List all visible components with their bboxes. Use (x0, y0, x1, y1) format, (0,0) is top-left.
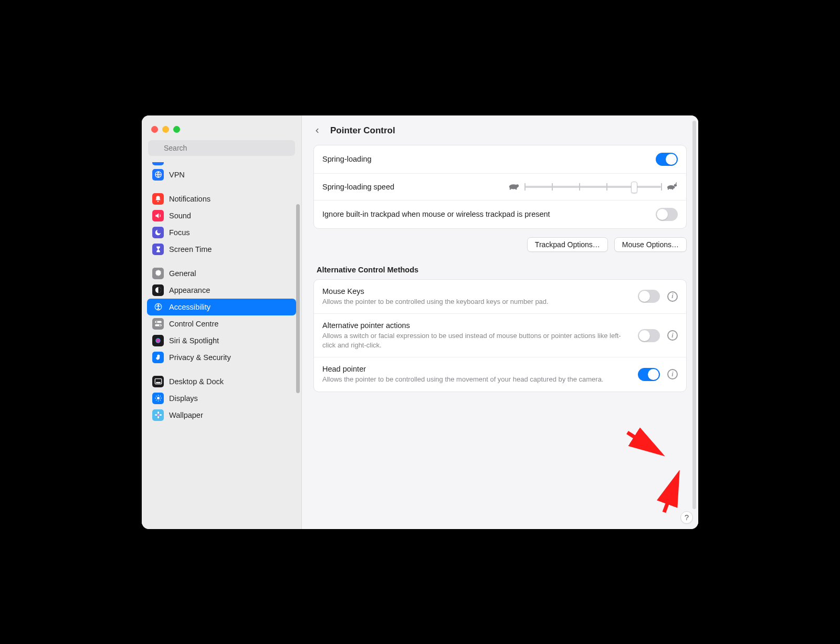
content-scrollbar[interactable] (692, 121, 696, 509)
globe-icon (152, 169, 164, 181)
mouse-keys-row: Mouse Keys Allows the pointer to be cont… (314, 280, 686, 314)
dock-icon (152, 376, 164, 387)
spring-loading-label: Spring-loading (322, 155, 372, 163)
svg-point-16 (157, 397, 160, 399)
window-controls (142, 122, 301, 140)
sidebar-item-label: Notifications (169, 195, 211, 203)
svg-rect-36 (668, 188, 669, 189)
sidebar-item-label: Displays (169, 394, 198, 403)
sidebar-item-label: Sound (169, 212, 191, 220)
switches-icon (152, 318, 164, 330)
sidebar-item-notifications[interactable]: Notifications (147, 191, 296, 207)
sidebar-item-label: Desktop & Dock (169, 377, 224, 386)
moon-icon (152, 227, 164, 238)
sidebar-item-focus[interactable]: Focus (147, 224, 296, 241)
page-title: Pointer Control (330, 125, 395, 136)
gear-icon (152, 268, 164, 279)
alt-actions-desc: Allows a switch or facial expression to … (322, 331, 631, 350)
head-pointer-info-button[interactable]: i (667, 369, 678, 379)
svg-point-35 (674, 184, 677, 186)
svg-line-22 (160, 400, 160, 400)
minimize-window-button[interactable] (162, 126, 169, 133)
hand-icon (152, 352, 164, 363)
svg-rect-33 (516, 188, 517, 189)
sidebar-item-sound[interactable]: Sound (147, 207, 296, 224)
svg-rect-15 (156, 382, 161, 384)
alt-actions-row: Alternative pointer actions Allows a swi… (314, 314, 686, 357)
head-pointer-desc: Allows the pointer to be controlled usin… (322, 375, 631, 384)
sidebar-item-privacy-security[interactable]: Privacy & Security (147, 349, 296, 366)
sidebar-item-label: Accessibility (169, 303, 211, 311)
svg-point-28 (154, 414, 156, 416)
svg-line-21 (156, 396, 156, 396)
sidebar-item-label: Appearance (169, 286, 210, 294)
spring-loading-speed-label: Spring-loading speed (322, 183, 394, 191)
accessibility-icon (152, 301, 164, 313)
siri-icon (152, 335, 164, 346)
svg-point-29 (159, 414, 161, 416)
sidebar-item-label: Screen Time (169, 245, 212, 254)
settings-window: VPN NotificationsSoundFocusScreen Time G… (142, 115, 698, 529)
head-pointer-toggle[interactable] (638, 368, 660, 381)
mouse-keys-info-button[interactable]: i (667, 291, 678, 302)
mouse-options-button[interactable]: Mouse Options… (614, 237, 687, 252)
svg-point-13 (155, 338, 160, 343)
spring-loading-speed-slider[interactable] (524, 181, 661, 193)
speaker-icon (152, 210, 164, 221)
svg-rect-37 (672, 188, 673, 189)
ignore-trackpad-toggle[interactable] (656, 208, 678, 221)
hare-icon (666, 182, 678, 192)
svg-point-10 (156, 321, 158, 323)
close-window-button[interactable] (151, 126, 158, 133)
help-button[interactable]: ? (680, 511, 693, 524)
contrast-icon (152, 284, 164, 296)
hourglass-icon (152, 244, 164, 255)
sidebar-item-vpn[interactable]: VPN (147, 166, 296, 183)
back-button[interactable] (311, 125, 323, 136)
sidebar-item-label: Control Centre (169, 320, 218, 328)
sidebar-item-label: Privacy & Security (169, 353, 231, 362)
sidebar-item-label: Siri & Spotlight (169, 336, 219, 345)
sidebar-item-general[interactable]: General (147, 265, 296, 282)
svg-point-3 (158, 200, 159, 202)
tortoise-icon (508, 182, 519, 192)
sidebar-item-label: Focus (169, 228, 190, 237)
alt-actions-info-button[interactable]: i (667, 330, 678, 341)
annotation-arrow-icon (622, 427, 669, 459)
sidebar-item-accessibility[interactable]: Accessibility (147, 299, 296, 315)
sidebar-item-screen-time[interactable]: Screen Time (147, 241, 296, 258)
sidebar-list: VPN NotificationsSoundFocusScreen Time G… (142, 162, 301, 529)
alt-actions-toggle[interactable] (638, 329, 660, 342)
bell-icon (152, 193, 164, 205)
sidebar-item-displays[interactable]: Displays (147, 390, 296, 407)
search-input[interactable] (148, 140, 295, 156)
svg-point-11 (159, 324, 161, 326)
sidebar: VPN NotificationsSoundFocusScreen Time G… (142, 115, 302, 529)
sidebar-item-appearance[interactable]: Appearance (147, 282, 296, 299)
sidebar-item-desktop-dock[interactable]: Desktop & Dock (147, 373, 296, 390)
sidebar-item-wallpaper[interactable]: Wallpaper (147, 407, 296, 424)
sidebar-scrollbar[interactable] (296, 204, 300, 393)
mouse-keys-toggle[interactable] (638, 290, 660, 303)
ignore-trackpad-label: Ignore built-in trackpad when mouse or w… (322, 210, 550, 218)
sidebar-item-control-centre[interactable]: Control Centre (147, 315, 296, 332)
spring-loading-speed-row: Spring-loading speed (314, 174, 686, 200)
zoom-window-button[interactable] (173, 126, 180, 133)
alt-methods-heading: Alternative Control Methods (313, 263, 687, 279)
svg-line-38 (627, 432, 659, 452)
head-pointer-title: Head pointer (322, 365, 631, 373)
svg-point-27 (157, 416, 159, 418)
sidebar-item-label: VPN (169, 171, 185, 179)
flower-icon (152, 409, 164, 421)
svg-line-39 (664, 477, 677, 512)
annotation-arrow-icon (654, 470, 685, 518)
mouse-keys-title: Mouse Keys (322, 287, 631, 295)
sidebar-item-label: Wallpaper (169, 411, 203, 419)
sidebar-item-siri-spotlight[interactable]: Siri & Spotlight (147, 332, 296, 349)
alt-actions-title: Alternative pointer actions (322, 321, 631, 330)
content-header: Pointer Control (302, 115, 698, 145)
mouse-keys-desc: Allows the pointer to be controlled usin… (322, 297, 631, 307)
sun-icon (152, 393, 164, 404)
trackpad-options-button[interactable]: Trackpad Options… (527, 237, 608, 252)
spring-loading-toggle[interactable] (656, 153, 678, 166)
